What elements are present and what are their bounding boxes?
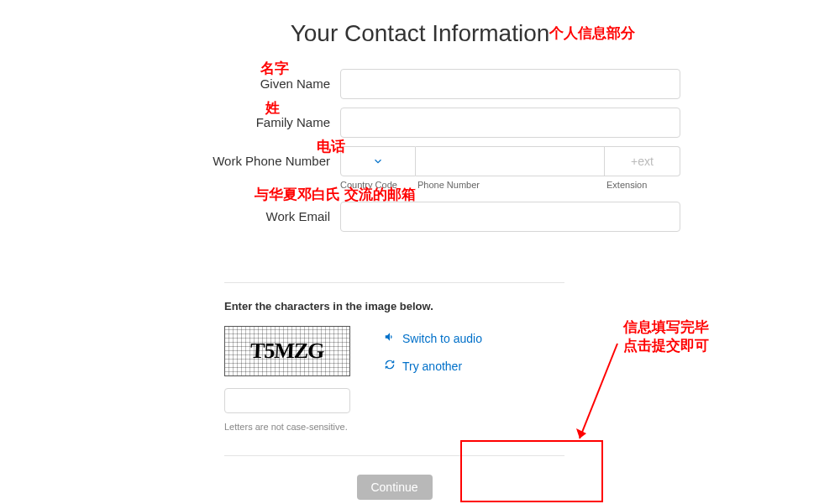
input-family-name[interactable]: [340, 108, 680, 138]
link-try-another-label: Try another: [402, 360, 462, 373]
input-given-name[interactable]: [340, 69, 680, 99]
row-work-phone: Work Phone Number Country Code Phone Num…: [126, 146, 714, 190]
captcha-image: T5MZG: [224, 326, 350, 376]
row-family-name: Family Name: [126, 108, 714, 138]
sublabel-extension: Extension: [605, 180, 680, 190]
audio-icon: [384, 331, 396, 345]
section-divider: [224, 282, 564, 283]
refresh-icon: [384, 359, 396, 373]
chevron-down-icon: [372, 155, 384, 167]
captcha-section: Enter the characters in the image below.…: [224, 300, 602, 432]
annotation-right-2: 点击提交即可: [623, 336, 709, 355]
input-phone-ext[interactable]: [605, 146, 680, 176]
sublabel-phone-number: Phone Number: [416, 180, 605, 190]
select-country-code[interactable]: [340, 146, 416, 176]
row-given-name: Given Name: [126, 69, 714, 99]
continue-button[interactable]: Continue: [357, 475, 433, 500]
label-given-name: Given Name: [126, 69, 340, 91]
captcha-text: T5MZG: [249, 339, 324, 364]
page-title: Your Contact Information: [0, 20, 840, 47]
link-switch-audio-label: Switch to audio: [402, 332, 482, 345]
section-divider-2: [224, 455, 564, 456]
label-family-name: Family Name: [126, 108, 340, 129]
label-work-email: Work Email: [126, 202, 340, 223]
label-work-phone: Work Phone Number: [126, 146, 340, 168]
link-switch-audio[interactable]: Switch to audio: [384, 331, 482, 345]
captcha-note: Letters are not case-sensitive.: [224, 422, 350, 432]
captcha-header: Enter the characters in the image below.: [224, 300, 602, 312]
contact-form: Given Name Family Name Work Phone Number…: [126, 69, 714, 232]
input-captcha[interactable]: [224, 388, 350, 413]
input-work-email[interactable]: [340, 202, 680, 232]
input-phone-number[interactable]: [416, 146, 605, 176]
annotation-right-1: 信息填写完毕: [623, 318, 709, 337]
row-work-email: Work Email: [126, 202, 714, 232]
link-try-another[interactable]: Try another: [384, 359, 482, 373]
sublabel-country-code: Country Code: [340, 180, 416, 190]
